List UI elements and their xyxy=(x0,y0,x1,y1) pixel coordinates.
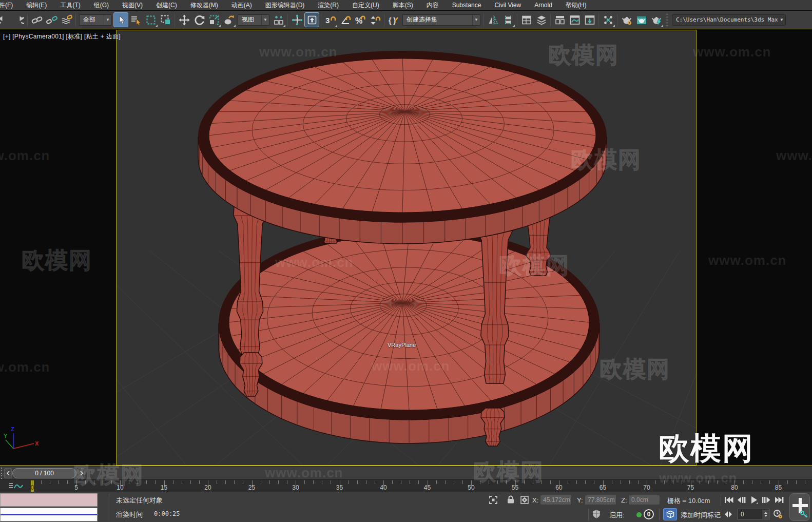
add-time-tag-text[interactable]: 添加时间标记 xyxy=(681,511,721,520)
select-by-name-button[interactable] xyxy=(128,12,143,27)
menu-item-4[interactable]: 视图(V) xyxy=(115,0,149,10)
menu-item-10[interactable]: 自定义(U) xyxy=(345,0,386,10)
menu-item-11[interactable]: 脚本(S) xyxy=(386,0,420,10)
unlink-selection-button[interactable] xyxy=(44,12,59,27)
render-production-button[interactable] xyxy=(649,12,664,27)
use-pivot-point-center-button[interactable] xyxy=(271,12,286,27)
window-crossing-icon xyxy=(160,14,171,26)
frame-spinner[interactable] xyxy=(762,510,769,519)
toggle-scene-explorer-button[interactable] xyxy=(519,12,534,27)
menu-item-13[interactable]: Substance xyxy=(446,0,488,10)
menu-item-15[interactable]: Arnold xyxy=(528,0,559,10)
menu-item-1[interactable]: 编辑(E) xyxy=(20,0,53,10)
schematic-view-icon xyxy=(584,14,595,26)
selection-lock-icon[interactable] xyxy=(506,495,515,504)
selection-filter-dropdown[interactable]: 全部▼ xyxy=(79,14,112,26)
ruler-tick xyxy=(85,480,86,484)
keyboard-shortcut-override-button[interactable] xyxy=(304,12,319,27)
adaptive-degradation-icon[interactable] xyxy=(592,509,601,519)
x-coordinate-field[interactable]: 45.172cm xyxy=(540,495,572,505)
spinner-snap-toggle-button[interactable] xyxy=(368,12,382,27)
ruler-tick xyxy=(726,480,726,484)
chevron-down-icon[interactable]: ▼ xyxy=(104,15,111,25)
rendered-frame-window-button[interactable] xyxy=(634,12,649,27)
angle-snap-toggle-button[interactable] xyxy=(338,12,353,27)
snaps-toggle-3d-button[interactable]: 3 xyxy=(323,12,338,27)
play-animation-button[interactable] xyxy=(748,494,760,506)
menu-item-2[interactable]: 工具(T) xyxy=(53,0,87,10)
redo-button[interactable] xyxy=(11,12,26,27)
select-and-rotate-button[interactable] xyxy=(191,12,206,27)
redo-icon xyxy=(13,14,24,26)
named-selection-sets-dropdown[interactable]: 创建选择集▼ xyxy=(402,14,480,26)
menu-item-3[interactable]: 组(G) xyxy=(87,0,115,10)
ruler-tick xyxy=(621,480,621,484)
curve-editor-button[interactable] xyxy=(567,12,582,27)
enable-label: 启用: xyxy=(609,511,625,520)
menu-item-12[interactable]: 内容 xyxy=(420,0,446,10)
chevron-down-icon[interactable]: ▼ xyxy=(778,15,785,25)
align-button[interactable] xyxy=(500,12,515,27)
select-object-button[interactable] xyxy=(113,12,128,27)
time-tag-cube-button[interactable] xyxy=(663,508,677,520)
menu-item-16[interactable]: 帮助(H) xyxy=(559,0,593,10)
chevron-down-icon[interactable]: ▼ xyxy=(472,15,480,25)
select-and-scale-button[interactable] xyxy=(206,12,221,27)
reference-coordinate-system-dropdown[interactable]: 视图▼ xyxy=(238,14,269,26)
splitter-handle[interactable] xyxy=(1,468,3,479)
go-to-start-button[interactable] xyxy=(723,494,734,506)
set-key-button[interactable] xyxy=(789,493,810,521)
toggle-layer-explorer-button[interactable] xyxy=(534,12,549,27)
percent-snap-toggle-button[interactable]: % xyxy=(353,12,368,27)
edit-named-selection-sets-button[interactable]: { } xyxy=(386,12,401,27)
next-frame-arrow[interactable] xyxy=(78,468,85,478)
ruler-tick xyxy=(199,480,200,484)
z-coordinate-field[interactable]: 0.0cm xyxy=(628,495,660,505)
undo-button[interactable] xyxy=(0,12,11,27)
3dsmax-window: 文件(F)编辑(E)工具(T)组(G)视图(V)创建(C)修改器(M)动画(A)… xyxy=(0,0,812,522)
camera-frame[interactable]: VRayPlane xyxy=(116,30,697,466)
menu-item-14[interactable]: Civil View xyxy=(488,0,528,10)
window-crossing-button[interactable] xyxy=(158,12,173,27)
select-and-manipulate-button[interactable] xyxy=(289,12,304,27)
select-and-place-button[interactable] xyxy=(221,12,236,27)
toggle-ribbon-button[interactable] xyxy=(552,12,567,27)
track-bar-ruler[interactable]: 0510152025303540455055606570758085 xyxy=(0,479,812,492)
ruler-tick xyxy=(805,480,805,484)
isolate-selection-icon[interactable] xyxy=(489,495,498,505)
previous-frame-button[interactable] xyxy=(736,494,747,506)
maxscript-mini-listener[interactable] xyxy=(0,508,98,521)
schematic-view-button[interactable] xyxy=(582,12,597,27)
select-and-link-button[interactable] xyxy=(29,12,44,27)
menu-item-7[interactable]: 动画(A) xyxy=(225,0,259,10)
time-configuration-icon[interactable] xyxy=(773,509,783,519)
rectangular-selection-region-button[interactable] xyxy=(143,12,158,27)
chevron-down-icon[interactable]: ▼ xyxy=(261,15,269,25)
macro-recorder-field[interactable] xyxy=(0,493,98,507)
previous-frame-arrow[interactable] xyxy=(4,468,12,478)
go-to-end-button[interactable] xyxy=(773,494,785,506)
render-setup-button[interactable] xyxy=(619,12,634,27)
menu-item-6[interactable]: 修改器(M) xyxy=(184,0,225,10)
menu-item-9[interactable]: 渲染(R) xyxy=(311,0,345,10)
time-slider-handle[interactable]: 0 / 100 xyxy=(12,468,76,478)
bind-to-space-warp-button[interactable] xyxy=(59,12,74,27)
mirror-button[interactable] xyxy=(486,12,500,27)
current-frame-field[interactable]: 0 xyxy=(737,509,770,520)
menu-item-5[interactable]: 创建(C) xyxy=(149,0,184,10)
ruler-tick xyxy=(129,480,129,484)
key-mode-toggle[interactable] xyxy=(724,511,733,518)
viewport-label[interactable]: [+] [PhysCamera001] [标准] [粘土 + 边面] xyxy=(3,32,121,41)
material-editor-button[interactable] xyxy=(601,12,615,27)
degradation-counter-badge[interactable]: 0 xyxy=(644,509,654,519)
select-and-move-button[interactable] xyxy=(177,12,191,27)
mini-curve-editor-button[interactable] xyxy=(7,481,25,491)
project-folder-dropdown[interactable]: C:\Users\Han\Documents\3ds Max 2022▼ xyxy=(672,14,786,26)
next-frame-button[interactable] xyxy=(760,494,772,506)
menu-item-8[interactable]: 图形编辑器(D) xyxy=(259,0,312,10)
y-coordinate-field[interactable]: 77.805cm xyxy=(585,495,616,505)
ruler-frame-label: 30 xyxy=(292,484,299,491)
menu-item-0[interactable]: 文件(F) xyxy=(0,0,20,10)
viewport[interactable]: VRayPlane [+] [PhysCamera001] [标准] [粘土 +… xyxy=(0,29,812,466)
absolute-transform-icon[interactable] xyxy=(520,495,529,505)
